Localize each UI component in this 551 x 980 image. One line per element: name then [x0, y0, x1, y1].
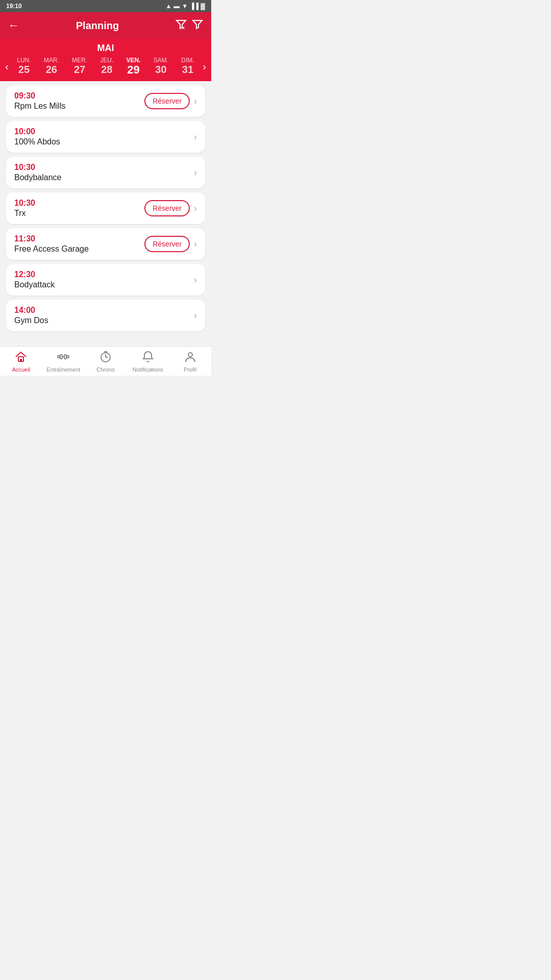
classes-list: 09:30Rpm Les MillsRéserver›10:00100% Abd… [0, 81, 211, 352]
class-time-1: 10:00 [14, 127, 60, 136]
calendar-day-29[interactable]: VEN.29 [123, 56, 144, 77]
status-time: 19:10 [6, 3, 22, 10]
nav-label-accueil: Accueil [12, 366, 30, 373]
chevron-right-icon-0: › [194, 96, 197, 107]
class-name-6: Gym Dos [14, 316, 48, 325]
class-card-2[interactable]: 10:30Bodybalance› [6, 157, 205, 188]
reserver-button-4[interactable]: Réserver [144, 236, 190, 252]
signal-icon: ▐▐ [190, 3, 198, 10]
class-time-6: 14:00 [14, 306, 48, 315]
nav-label-chrono: Chrono [96, 366, 115, 373]
class-info-3: 10:30Trx [14, 199, 35, 218]
class-actions-5: › [194, 275, 197, 285]
class-name-1: 100% Abdos [14, 137, 60, 146]
svg-text:x: x [182, 25, 185, 30]
class-card-1[interactable]: 10:00100% Abdos› [6, 121, 205, 153]
class-actions-2: › [194, 167, 197, 178]
class-actions-4: Réserver› [144, 236, 197, 252]
calendar-day-31[interactable]: DIM.31 [178, 56, 197, 77]
class-info-5: 12:30Bodyattack [14, 270, 55, 289]
calendar-day-26[interactable]: MAR.26 [41, 56, 62, 77]
calendar-week: ‹ LUN.25MAR.26MER.27JEU.28VEN.29SAM.30DI… [0, 56, 211, 77]
svg-rect-6 [64, 355, 66, 359]
wifi-icon: ▼ [182, 3, 188, 10]
class-actions-1: › [194, 132, 197, 142]
class-time-0: 09:30 [14, 91, 65, 101]
battery-icon: ▓ [201, 3, 205, 10]
svg-rect-4 [67, 356, 69, 358]
class-info-1: 10:00100% Abdos [14, 127, 60, 146]
header-actions: x [176, 19, 203, 33]
calendar-month: MAI [0, 43, 211, 54]
class-time-4: 11:30 [14, 234, 89, 243]
chevron-right-icon-3: › [194, 203, 197, 214]
entrainement-icon [57, 350, 70, 365]
chrono-icon [99, 350, 112, 365]
class-info-0: 09:30Rpm Les Mills [14, 91, 65, 111]
class-time-2: 10:30 [14, 163, 62, 172]
class-info-2: 10:30Bodybalance [14, 163, 62, 182]
svg-point-12 [188, 353, 192, 357]
svg-rect-3 [58, 356, 60, 358]
class-actions-3: Réserver› [144, 200, 197, 216]
profil-icon [184, 350, 197, 365]
class-name-4: Free Access Garage [14, 244, 89, 254]
chevron-right-icon-6: › [194, 310, 197, 321]
nav-item-profil[interactable]: Profil [169, 347, 211, 376]
accueil-icon [14, 350, 28, 365]
class-actions-6: › [194, 310, 197, 321]
drive-icon: ▲ [165, 3, 171, 10]
class-name-0: Rpm Les Mills [14, 102, 65, 111]
class-card-3[interactable]: 10:30TrxRéserver› [6, 192, 205, 224]
filter-clear-button[interactable]: x [176, 19, 187, 33]
calendar: MAI ‹ LUN.25MAR.26MER.27JEU.28VEN.29SAM.… [0, 39, 211, 81]
class-name-5: Bodyattack [14, 280, 55, 289]
nav-item-chrono[interactable]: Chrono [85, 347, 127, 376]
nav-label-profil: Profil [184, 366, 196, 373]
nav-item-notifications[interactable]: Notifications [127, 347, 169, 376]
chevron-right-icon-5: › [194, 275, 197, 285]
calendar-day-30[interactable]: SAM.30 [151, 56, 171, 77]
class-card-6[interactable]: 14:00Gym Dos› [6, 300, 205, 331]
notifications-icon [141, 350, 155, 365]
bottom-nav: Accueil Entraînement Chrono Notification… [0, 346, 211, 376]
nav-item-accueil[interactable]: Accueil [0, 347, 42, 376]
header: ← Planning x [0, 12, 211, 39]
sim-icon: ▬ [173, 3, 180, 10]
class-time-5: 12:30 [14, 270, 55, 279]
calendar-day-25[interactable]: LUN.25 [14, 56, 34, 77]
class-card-4[interactable]: 11:30Free Access GarageRéserver› [6, 228, 205, 260]
svg-rect-2 [20, 359, 22, 361]
nav-item-entrainement[interactable]: Entraînement [42, 347, 85, 376]
calendar-day-27[interactable]: MER.27 [69, 56, 90, 77]
class-info-6: 14:00Gym Dos [14, 306, 48, 325]
chevron-right-icon-4: › [194, 239, 197, 250]
class-name-3: Trx [14, 209, 35, 218]
nav-label-entrainement: Entraînement [46, 366, 80, 373]
status-icons: ▲ ▬ ▼ ▐▐ ▓ [165, 3, 205, 10]
calendar-days: LUN.25MAR.26MER.27JEU.28VEN.29SAM.30DIM.… [11, 56, 201, 77]
class-actions-0: Réserver› [144, 93, 197, 109]
calendar-next[interactable]: › [201, 61, 208, 72]
reserver-button-0[interactable]: Réserver [144, 93, 190, 109]
class-card-0[interactable]: 09:30Rpm Les MillsRéserver› [6, 85, 205, 117]
class-info-4: 11:30Free Access Garage [14, 234, 89, 254]
back-button[interactable]: ← [8, 19, 19, 32]
svg-rect-5 [60, 355, 62, 359]
filter-button[interactable] [192, 19, 203, 33]
nav-label-notifications: Notifications [133, 366, 163, 373]
class-card-5[interactable]: 12:30Bodyattack› [6, 264, 205, 296]
chevron-right-icon-1: › [194, 132, 197, 142]
class-name-2: Bodybalance [14, 173, 62, 182]
calendar-prev[interactable]: ‹ [3, 61, 11, 72]
reserver-button-3[interactable]: Réserver [144, 200, 190, 216]
chevron-right-icon-2: › [194, 167, 197, 178]
status-bar: 19:10 ▲ ▬ ▼ ▐▐ ▓ [0, 0, 211, 12]
calendar-day-28[interactable]: JEU.28 [97, 56, 116, 77]
page-title: Planning [19, 20, 176, 32]
class-time-3: 10:30 [14, 199, 35, 208]
